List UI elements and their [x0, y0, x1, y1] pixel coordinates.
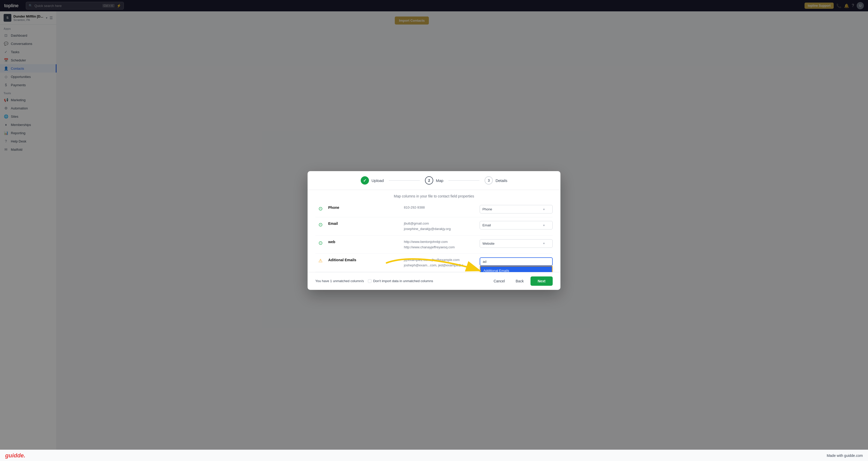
modal-body: Map columns in your file to contact fiel…: [308, 190, 434, 230]
modal-overlay: ✓ Upload 2 Map 3 Details Map columns in …: [0, 0, 434, 230]
email-col-values: jbutt@gmail.comjosephine_darakjy@darakjy…: [404, 221, 434, 230]
phone-col-label: Phone: [328, 205, 401, 210]
phone-col-values: 810-292-9388: [404, 205, 434, 210]
check-icon: ⊙: [318, 221, 323, 228]
step-upload-circle: ✓: [361, 176, 369, 185]
step-upload: ✓ Upload: [361, 176, 384, 185]
step-upload-label: Upload: [372, 178, 384, 183]
step-progress: ✓ Upload 2 Map 3 Details: [308, 171, 434, 190]
map-row-email: ⊙ Email jbutt@gmail.comjosephine_darakjy…: [315, 217, 434, 230]
step-map: 2 Map: [425, 176, 434, 185]
step-map-circle: 2: [425, 176, 433, 185]
import-modal: ✓ Upload 2 Map 3 Details Map columns in …: [308, 171, 434, 230]
email-row-icon: ⊙: [315, 221, 326, 228]
step-divider-1: [389, 180, 420, 181]
email-col-label: Email: [328, 221, 401, 225]
phone-row-icon: ⊙: [315, 205, 326, 212]
column-mapping-table: ⊙ Phone 810-292-9388 Phone ▾ ⊙: [315, 201, 434, 230]
check-icon: ⊙: [318, 206, 323, 212]
modal-subtitle: Map columns in your file to contact fiel…: [315, 190, 434, 201]
map-row-phone: ⊙ Phone 810-292-9388 Phone ▾: [315, 201, 434, 217]
